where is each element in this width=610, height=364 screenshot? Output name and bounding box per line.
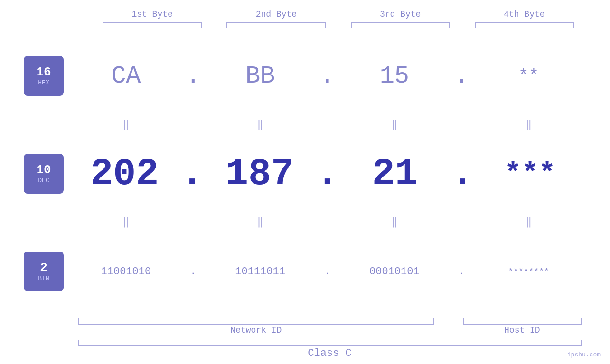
hex-dot2: . [318,62,337,90]
net-host-labels: Network ID Host ID [24,326,586,335]
bracket-b2 [214,22,338,28]
byte4-header: 4th Byte [462,9,586,19]
dec-row: 10 DEC 202 . 187 . 21 . *** [24,130,586,217]
dec-badge-label: DEC [38,177,49,184]
dec-b3: 21 [339,152,451,196]
bracket-b4 [462,22,586,28]
dot-spacer [439,318,458,325]
bin-dot3: . [452,266,471,278]
dec-badge: 10 DEC [24,154,64,194]
eq-row-2: ‖ ‖ ‖ ‖ [24,217,586,228]
net-bracket-line [78,318,434,325]
bin-b2: 10111011 [203,266,318,278]
byte-headers: 1st Byte 2nd Byte 3rd Byte 4th Byte [24,9,586,19]
eq-row-1: ‖ ‖ ‖ ‖ [24,120,586,130]
bin-badge-num: 2 [40,261,47,274]
eq-dot4 [184,217,203,228]
bin-values: 11001010 . 10111011 . 00010101 . *******… [68,266,586,278]
dec-b1: 202 [68,152,181,196]
eq6: ‖ [203,217,318,228]
eq-dot1 [184,120,203,130]
hex-b1: CA [68,62,184,90]
net-bracket-wrap [73,318,439,325]
eq8: ‖ [471,217,586,228]
hex-dot1: . [184,62,203,90]
classc-label-row: Class C [24,347,586,359]
dec-dot1: . [181,152,204,196]
hex-b2: BB [203,62,318,90]
bin-b1: 11001010 [68,266,184,278]
bin-b4: ******** [471,267,586,276]
bin-row: 2 BIN 11001010 . 10111011 . 00010101 . [24,228,586,315]
dec-dot2: . [316,152,338,196]
eq5: ‖ [68,217,184,228]
host-bracket-line [463,318,582,325]
bin-badge: 2 BIN [24,252,64,291]
eq3: ‖ [337,120,452,130]
dec-badge-num: 10 [36,164,51,176]
hex-values: CA . BB . 15 . ** [68,62,586,90]
hex-badge-label: HEX [38,79,49,86]
host-bracket-wrap [458,318,586,325]
bin-b3: 00010101 [337,266,452,278]
dec-values: 202 . 187 . 21 . *** [68,152,586,196]
host-id-label: Host ID [458,326,586,335]
top-brackets [24,22,586,28]
bin-dot1: . [184,266,203,278]
byte1-header: 1st Byte [90,9,214,19]
byte2-header: 2nd Byte [214,9,338,19]
bracket-b3 [338,22,462,28]
bin-badge-label: BIN [38,275,49,282]
eq-dot6 [452,217,471,228]
classc-label: Class C [308,347,351,359]
eq2: ‖ [203,120,318,130]
hex-b4: ** [471,66,586,86]
byte3-header: 3rd Byte [338,9,462,19]
net-host-brackets [24,318,586,325]
main-container: 1st Byte 2nd Byte 3rd Byte 4th Byte 16 H… [0,0,610,364]
hex-row: 16 HEX CA . BB . 15 . ** [24,32,586,120]
hex-badge: 16 HEX [24,56,64,96]
hex-b3: 15 [337,62,452,90]
bin-dot2: . [318,266,337,278]
eq-dot2 [318,120,337,130]
eq1: ‖ [68,120,184,130]
eq7: ‖ [337,217,452,228]
dec-dot3: . [451,152,474,196]
classc-bracket-row [24,340,586,346]
eq-dot3 [452,120,471,130]
hex-dot3: . [452,62,471,90]
network-id-label: Network ID [73,326,439,335]
dec-b2: 187 [204,152,316,196]
watermark: ipshu.com [567,351,601,358]
hex-badge-num: 16 [36,66,51,78]
classc-bracket-line [78,340,582,346]
eq4: ‖ [471,120,586,130]
dec-b4: *** [474,158,586,190]
bracket-b1 [90,22,214,28]
eq-dot5 [318,217,337,228]
